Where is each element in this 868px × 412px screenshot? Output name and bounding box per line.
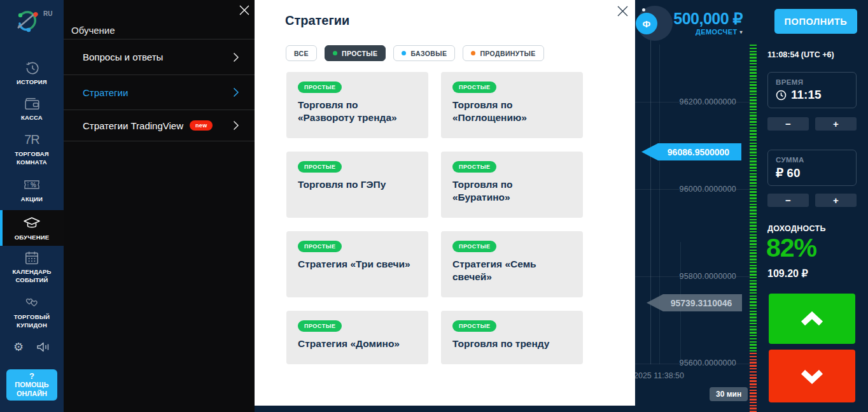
amount-value: ₽ 60	[776, 166, 801, 180]
time-value: 11:15	[791, 88, 822, 102]
amount-minus-button[interactable]: −	[767, 194, 809, 207]
new-badge: new	[190, 120, 213, 131]
deposit-button[interactable]: ПОПОЛНИТЬ	[774, 9, 857, 34]
level-badge: ПРОСТЫЕ	[452, 241, 496, 252]
filter-simple[interactable]: ПРОСТЫЕ	[325, 45, 386, 61]
panel-title: Обучение	[71, 25, 115, 36]
clock-icon	[776, 90, 787, 101]
menu-item-label: Стратегии TradingView	[83, 120, 183, 131]
time-label: ВРЕМЯ	[776, 78, 848, 86]
account-switcher[interactable]: ДЕМОСЧЕТ▾	[662, 28, 743, 36]
server-clock: 11:08:54 (UTC +6)	[767, 50, 834, 59]
sidebar-item-trading-cupid[interactable]: ТОРГОВЫЙ КУПИДОН	[0, 295, 64, 330]
strategy-title: Стратегия «Три свечи»	[298, 258, 417, 271]
settings-gear-icon[interactable]: ⚙	[13, 341, 24, 353]
sidebar-item-events-calendar[interactable]: КАЛЕНДАРЬ СОБЫТИЙ	[0, 250, 64, 285]
level-badge: ПРОСТЫЕ	[298, 241, 342, 252]
call-up-button[interactable]	[769, 294, 855, 344]
price-axis-label: 96200.0000000	[680, 97, 737, 106]
menu-item-label: Вопросы и ответы	[83, 52, 163, 62]
payout-label: ДОХОДНОСТЬ	[767, 224, 826, 233]
menu-close-button[interactable]	[239, 4, 252, 17]
filter-all[interactable]: ВСЕ	[286, 45, 317, 61]
strategy-card[interactable]: ПРОСТЫЕ Стратегия «Семь свечей»	[441, 231, 583, 297]
chevron-down-icon	[798, 369, 826, 384]
strategy-card[interactable]: ПРОСТЫЕ Стратегия «Домино»	[286, 311, 428, 364]
app-logo[interactable]: RU	[13, 6, 60, 38]
hearts-icon	[0, 295, 64, 311]
sidebar-item-history[interactable]: ИСТОРИЯ	[0, 60, 64, 87]
menu-item-strategies[interactable]: Стратегии	[64, 75, 255, 110]
sidebar-item-promotions[interactable]: % АКЦИИ	[0, 177, 64, 204]
strategy-card[interactable]: ПРОСТЫЕ Торговля по «Буратино»	[441, 152, 583, 218]
time-minus-button[interactable]: −	[767, 117, 809, 131]
strategy-card[interactable]: ПРОСТЫЕ Торговля по тренду	[441, 311, 583, 364]
bow-arrow-logo-icon	[13, 6, 42, 36]
calendar-icon	[0, 250, 64, 266]
sidebar-item-education[interactable]: ОБУЧЕНИЕ	[0, 210, 64, 246]
time-limit-line-green	[750, 45, 757, 353]
gridline	[650, 39, 651, 364]
level-badge: ПРОСТЫЕ	[452, 82, 496, 93]
sidebar-item-cashier[interactable]: КАССА	[0, 96, 64, 122]
sidebar-item-trading-room[interactable]: 7R ТОРГОВАЯ КОМНАТА	[0, 132, 64, 167]
caret-down-icon: ▾	[740, 29, 743, 35]
strategy-card-grid: ПРОСТЫЕ Торговля по «Развороту тренда» П…	[286, 72, 583, 364]
strategy-title: Торговля по ГЭПу	[298, 178, 417, 191]
green-dot-icon	[333, 51, 337, 55]
time-axis-label: 2025 11:38:50	[634, 371, 684, 380]
svg-text:%: %	[31, 181, 36, 188]
chevron-right-icon	[233, 52, 239, 62]
strategy-card[interactable]: ПРОСТЫЕ Торговля по «Развороту тренда»	[286, 72, 428, 138]
amount-plus-button[interactable]: +	[815, 194, 857, 207]
level-badge: ПРОСТЫЕ	[452, 320, 496, 332]
level-badge: ПРОСТЫЕ	[298, 320, 342, 332]
ticket-percent-icon: %	[0, 177, 64, 194]
menu-item-label: Стратегии	[83, 87, 128, 98]
amount-label: СУММА	[776, 156, 848, 164]
amount-input[interactable]: СУММА ₽ 60	[767, 150, 857, 186]
current-price-tag: 96086.9500000	[641, 143, 741, 160]
strategy-card[interactable]: ПРОСТЫЕ Торговля по «Поглощению»	[441, 72, 583, 138]
strategy-card[interactable]: ПРОСТЫЕ Стратегия «Три свечи»	[286, 231, 428, 297]
menu-item-faq[interactable]: Вопросы и ответы	[64, 39, 255, 75]
sidebar: RU ИСТОРИЯ КАССА 7R ТОРГОВАЯ КОМНАТА % А…	[0, 0, 64, 412]
trading-room-icon: 7R	[0, 132, 64, 148]
time-limit-line-red	[750, 353, 757, 412]
price-axis-label: 96000.0000000	[680, 185, 737, 194]
app-root: 96200.0000000 96000.0000000 95800.000000…	[0, 0, 868, 412]
avatar-status-dot	[642, 8, 645, 11]
time-input[interactable]: ВРЕМЯ 11:15	[767, 72, 857, 108]
menu-item-tradingview-strategies[interactable]: Стратегии TradingView new	[64, 110, 255, 141]
payout-amount: 109.20 ₽	[767, 267, 808, 280]
wallet-icon	[0, 96, 64, 112]
strategy-title: Стратегия «Семь свечей»	[452, 258, 571, 284]
gridline	[659, 45, 660, 364]
filter-bar: ВСЕ ПРОСТЫЕ БАЗОВЫЕ ПРОДВИНУТЫЕ	[286, 45, 544, 61]
close-icon	[617, 6, 633, 17]
strategy-title: Торговля по «Развороту тренда»	[298, 99, 417, 125]
strategies-modal: Стратегии ВСЕ ПРОСТЫЕ БАЗОВЫЕ ПРОДВИНУТЫ…	[255, 0, 635, 406]
level-badge: ПРОСТЫЕ	[452, 161, 496, 173]
orange-dot-icon	[471, 51, 475, 55]
marker-price-value: 95739.3110046	[671, 298, 732, 308]
payout-percent: 82%	[766, 233, 816, 263]
time-plus-button[interactable]: +	[815, 117, 857, 131]
put-down-button[interactable]	[769, 350, 855, 402]
strategy-card[interactable]: ПРОСТЫЕ Торговля по ГЭПу	[286, 152, 428, 218]
balance-amount: 500,000 ₽	[662, 10, 743, 28]
education-menu-panel: Обучение Вопросы и ответы Стратегии Стра…	[64, 0, 255, 412]
filter-basic[interactable]: БАЗОВЫЕ	[393, 45, 455, 61]
blue-dot-icon	[402, 51, 406, 55]
chevron-right-icon	[233, 120, 239, 131]
timeframe-badge[interactable]: 30 мин	[710, 387, 748, 401]
sound-icon[interactable]	[36, 341, 50, 353]
strategy-title: Стратегия «Домино»	[298, 337, 417, 350]
filter-advanced[interactable]: ПРОДВИНУТЫЕ	[463, 45, 543, 61]
price-axis-label: 95800.0000000	[680, 272, 737, 281]
level-badge: ПРОСТЫЕ	[298, 82, 342, 93]
modal-close-button[interactable]	[617, 3, 633, 18]
graduation-cap-icon	[0, 215, 64, 232]
help-online-button[interactable]: ? ПОМОЩЬ ОНЛАЙН	[6, 369, 57, 401]
account-type-label: ДЕМОСЧЕТ	[696, 28, 738, 36]
